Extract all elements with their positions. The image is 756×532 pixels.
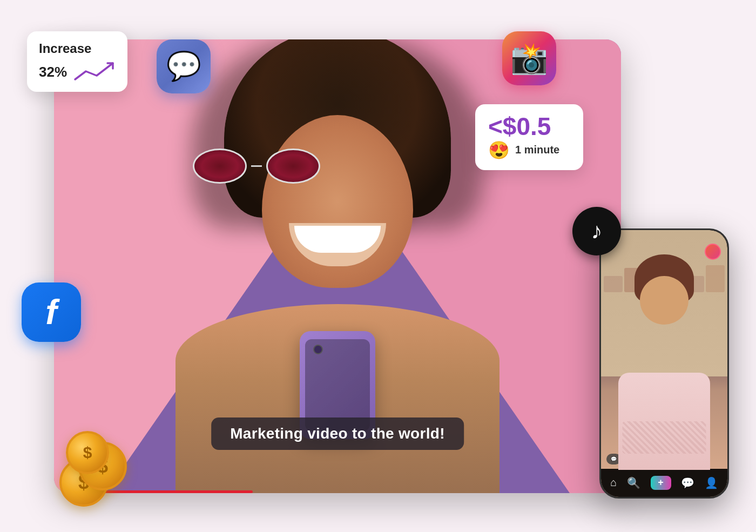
price-duration: 1 minute	[515, 144, 559, 156]
instagram-icon: 📸	[502, 31, 556, 85]
tiktok-note-icon: ♪	[591, 218, 603, 244]
increase-label: Increase	[39, 41, 116, 56]
phone-camera	[313, 345, 323, 354]
caption-text: Marketing video to the world!	[230, 425, 445, 442]
tiktok-search-tab[interactable]: 🔍	[627, 476, 640, 489]
tiktok-messages-tab[interactable]: 💬	[681, 476, 694, 489]
coin-3: $	[66, 431, 109, 474]
tiktok-phone: 12:22 ▲ ▪ ▪	[599, 228, 729, 499]
coin-symbol-3: $	[83, 443, 92, 462]
increase-arrow-icon	[72, 60, 116, 84]
smile-area	[289, 223, 386, 266]
glasses-bridge	[251, 165, 262, 167]
facebook-icon: f	[22, 282, 81, 342]
facebook-letter: f	[45, 292, 57, 332]
price-card: <$0.5 😍 1 minute	[475, 104, 583, 170]
lens-left	[193, 149, 247, 184]
teeth	[294, 226, 381, 253]
coins-container: $ $ $	[59, 399, 167, 507]
messages-icon: 💬	[681, 476, 694, 489]
discord-icon: 💬	[157, 39, 211, 93]
discord-emoji: 💬	[166, 50, 201, 83]
price-bottom: 😍 1 minute	[488, 140, 570, 160]
tiktok-person-face	[640, 276, 688, 325]
plus-icon: +	[658, 477, 664, 488]
tiktok-bottom-bar: ⌂ 🔍 + 💬 👤	[601, 469, 727, 497]
tiktok-shirt-pattern	[623, 421, 706, 454]
price-emoji: 😍	[488, 140, 510, 160]
price-value: <$0.5	[488, 114, 570, 139]
increase-card: Increase 32%	[27, 31, 127, 92]
tiktok-home-tab[interactable]: ⌂	[610, 476, 617, 489]
home-icon: ⌂	[610, 476, 617, 489]
tiktok-profile-tab[interactable]: 👤	[705, 476, 718, 489]
tiktok-content-area	[601, 246, 727, 470]
tiktok-chat-text: 💬	[611, 456, 617, 462]
lens-right	[266, 149, 320, 184]
search-icon: 🔍	[627, 476, 640, 489]
tiktok-floating-icon: ♪	[572, 207, 621, 255]
instagram-emoji: 📸	[510, 41, 548, 76]
sunglasses	[192, 147, 321, 185]
tiktok-add-button[interactable]: +	[651, 476, 671, 490]
increase-bottom: 32%	[39, 60, 116, 84]
scene-container: Marketing video to the world! Increase 3…	[27, 23, 729, 509]
caption-bar: Marketing video to the world!	[211, 417, 464, 450]
increase-percent: 32%	[39, 64, 67, 80]
tiktok-screen: 12:22 ▲ ▪ ▪	[601, 230, 727, 497]
profile-icon: 👤	[705, 476, 718, 489]
tiktok-profile-pic	[705, 244, 721, 260]
